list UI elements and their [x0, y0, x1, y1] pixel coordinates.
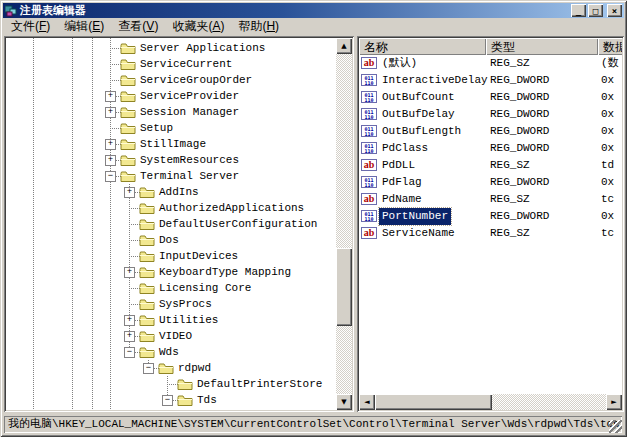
expand-icon[interactable]: + — [124, 187, 135, 198]
tree-vertical-scrollbar[interactable]: ▲ ▼ — [336, 38, 352, 410]
tree-item-session-manager[interactable]: +Session Manager — [6, 104, 336, 120]
minimize-button[interactable]: _ — [571, 4, 586, 17]
expand-icon[interactable]: + — [105, 139, 116, 150]
list-scrollbar-thumb[interactable] — [375, 394, 492, 410]
tree-item-dos[interactable]: Dos — [6, 232, 336, 248]
close-button[interactable]: × — [607, 4, 622, 17]
expand-icon[interactable]: + — [124, 267, 135, 278]
value-name[interactable]: OutBufCount — [379, 89, 458, 106]
tree-item-servicegrouporder[interactable]: ServiceGroupOrder — [6, 72, 336, 88]
tree-item-licensing-core[interactable]: Licensing Core — [6, 280, 336, 296]
tree-scrollbar-thumb[interactable] — [336, 248, 352, 326]
tree-item-label: AuthorizedApplications — [157, 201, 306, 215]
value-name[interactable]: PdClass — [379, 140, 431, 157]
value-row-PdFlag[interactable]: 011110PdFlagREG_DWORD0x — [359, 174, 622, 191]
value-data: tc — [601, 225, 614, 242]
tree-item-label: ServiceProvider — [138, 89, 241, 103]
collapse-icon[interactable]: − — [162, 395, 173, 406]
value-name[interactable]: ServiceName — [379, 225, 458, 242]
menu-item-3[interactable]: 收藏夹(A) — [165, 17, 231, 36]
titlebar[interactable]: 注册表编辑器 _ □ × — [3, 3, 624, 18]
maximize-button[interactable]: □ — [588, 4, 603, 17]
tree-item-utilities[interactable]: +Utilities — [6, 312, 336, 328]
window-title: 注册表编辑器 — [20, 3, 86, 18]
collapse-icon[interactable]: − — [124, 347, 135, 358]
expand-icon[interactable]: + — [124, 315, 135, 326]
menu-item-1[interactable]: 编辑(E) — [57, 17, 111, 36]
value-row-InteractiveDelay[interactable]: 011110InteractiveDelayREG_DWORD0x — [359, 72, 622, 89]
tree-item-terminal-server[interactable]: −Terminal Server — [6, 168, 336, 184]
column-header-2[interactable]: 数据 — [598, 38, 622, 55]
value-row-PdDLL[interactable]: abPdDLLREG_SZtd — [359, 157, 622, 174]
value-row-PdClass[interactable]: 011110PdClassREG_DWORD0x — [359, 140, 622, 157]
value-row-OutBufCount[interactable]: 011110OutBufCountREG_DWORD0x — [359, 89, 622, 106]
expand-icon[interactable]: + — [105, 91, 116, 102]
folder-icon — [120, 106, 136, 119]
tree-item-label: Setup — [138, 121, 175, 135]
tree-item-authorizedapplications[interactable]: AuthorizedApplications — [6, 200, 336, 216]
tree-item-defaultprinterstore[interactable]: DefaultPrinterStore — [6, 376, 336, 392]
tree-item-tds[interactable]: −Tds — [6, 392, 336, 408]
value-row-ServiceName[interactable]: abServiceNameREG_SZtc — [359, 225, 622, 242]
value-name[interactable]: InteractiveDelay — [379, 72, 491, 89]
value-name[interactable]: OutBufLength — [379, 123, 464, 140]
tree-item-sysprocs[interactable]: SysProcs — [6, 296, 336, 312]
expand-icon[interactable]: + — [124, 331, 135, 342]
tree-item-label: Utilities — [157, 313, 220, 327]
folder-icon — [139, 266, 155, 279]
folder-icon — [120, 154, 136, 167]
dword-value-icon: 011110 — [361, 142, 377, 154]
scroll-right-button[interactable]: ► — [606, 394, 622, 410]
tree-item-serviceprovider[interactable]: +ServiceProvider — [6, 88, 336, 104]
scroll-up-button[interactable]: ▲ — [336, 38, 352, 54]
collapse-icon[interactable]: − — [105, 171, 116, 182]
value-name[interactable]: PdDLL — [379, 157, 418, 174]
tree-item-video[interactable]: +VIDEO — [6, 328, 336, 344]
value-row-默认[interactable]: ab(默认)REG_SZ(数 — [359, 55, 622, 72]
value-type: REG_DWORD — [490, 208, 549, 225]
tree-item-defaultuserconfiguration[interactable]: DefaultUserConfiguration — [6, 216, 336, 232]
registry-values-list: 名称类型数据ab(默认)REG_SZ(数011110InteractiveDel… — [359, 38, 622, 410]
tree-item-stillimage[interactable]: +StillImage — [6, 136, 336, 152]
tree-item-server-applications[interactable]: Server Applications — [6, 40, 336, 56]
tree-item-label: Session Manager — [138, 105, 241, 119]
scroll-left-button[interactable]: ◄ — [359, 394, 375, 410]
value-row-OutBufLength[interactable]: 011110OutBufLengthREG_DWORD0x — [359, 123, 622, 140]
folder-icon — [177, 378, 193, 391]
menu-item-0[interactable]: 文件(F) — [4, 17, 57, 36]
value-row-PortNumber[interactable]: 011110PortNumberREG_DWORD0x — [359, 208, 622, 225]
tree-item-inputdevices[interactable]: InputDevices — [6, 248, 336, 264]
tree-item-servicecurrent[interactable]: ServiceCurrent — [6, 56, 336, 72]
menu-item-4[interactable]: 帮助(H) — [231, 17, 286, 36]
tree-item-addins[interactable]: +AddIns — [6, 184, 336, 200]
value-row-OutBufDelay[interactable]: 011110OutBufDelayREG_DWORD0x — [359, 106, 622, 123]
expand-icon[interactable]: + — [105, 107, 116, 118]
value-name[interactable]: PdFlag — [379, 174, 425, 191]
value-name[interactable]: OutBufDelay — [379, 106, 458, 123]
value-type: REG_DWORD — [490, 106, 549, 123]
value-name[interactable]: (默认) — [379, 55, 420, 72]
column-header-1[interactable]: 类型 — [486, 38, 598, 55]
value-name[interactable]: PdName — [379, 191, 425, 208]
dword-value-icon: 011110 — [361, 210, 377, 222]
tree-item-rdpwd[interactable]: −rdpwd — [6, 360, 336, 376]
folder-icon — [139, 186, 155, 199]
collapse-icon[interactable]: − — [143, 363, 154, 374]
value-data: tc — [601, 191, 614, 208]
resize-grip[interactable] — [609, 420, 622, 433]
tree-item-systemresources[interactable]: +SystemResources — [6, 152, 336, 168]
folder-icon — [139, 298, 155, 311]
value-row-PdName[interactable]: abPdNameREG_SZtc — [359, 191, 622, 208]
column-header-0[interactable]: 名称 — [359, 38, 486, 55]
scroll-down-button[interactable]: ▼ — [336, 394, 352, 410]
tree-item-setup[interactable]: Setup — [6, 120, 336, 136]
tree-item-wds[interactable]: −Wds — [6, 344, 336, 360]
tree-item-label: VIDEO — [157, 329, 194, 343]
tree-item-label: StillImage — [138, 137, 208, 151]
expand-icon[interactable]: + — [105, 155, 116, 166]
menu-item-2[interactable]: 查看(V) — [111, 17, 165, 36]
value-type: REG_DWORD — [490, 174, 549, 191]
tree-item-keyboardtype-mapping[interactable]: +KeyboardType Mapping — [6, 264, 336, 280]
value-name[interactable]: PortNumber — [379, 208, 451, 225]
list-horizontal-scrollbar[interactable]: ◄ ► — [359, 394, 622, 410]
